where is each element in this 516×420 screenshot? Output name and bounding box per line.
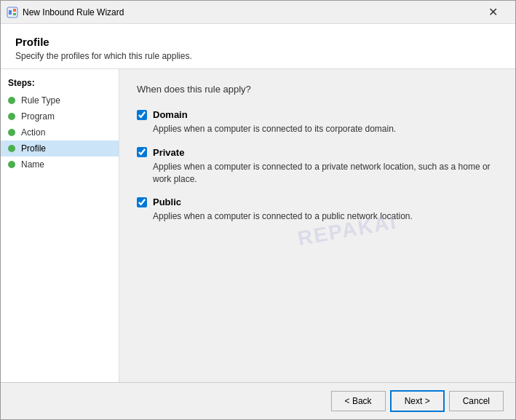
step-dot-action [8, 129, 15, 136]
public-description: Applies when a computer is connected to … [153, 210, 498, 223]
svg-rect-3 [13, 13, 16, 15]
private-checkbox[interactable] [137, 147, 147, 157]
domain-description: Applies when a computer is connected to … [153, 123, 498, 135]
sidebar-item-program[interactable]: Program [1, 108, 119, 124]
app-icon [7, 7, 18, 18]
public-label[interactable]: Public [153, 197, 181, 207]
domain-label[interactable]: Domain [153, 109, 188, 120]
public-header: Public [137, 197, 498, 207]
window-title: New Inbound Rule Wizard [23, 7, 476, 17]
steps-label: Steps: [1, 75, 119, 92]
step-dot-rule-type [8, 97, 15, 104]
main-panel: REPAKAI When does this rule apply? Domai… [119, 69, 515, 382]
svg-rect-1 [9, 10, 12, 15]
sidebar-item-name[interactable]: Name [1, 156, 119, 173]
step-label-name: Name [21, 159, 44, 170]
window: New Inbound Rule Wizard ✕ Profile Specif… [0, 0, 516, 420]
rule-apply-label: When does this rule apply? [137, 84, 498, 95]
private-header: Private [137, 147, 498, 158]
step-label-profile: Profile [21, 143, 46, 154]
private-option: Private Applies when a computer is conne… [137, 147, 498, 186]
back-button[interactable]: < Back [331, 391, 386, 411]
private-label[interactable]: Private [153, 147, 184, 158]
private-description: Applies when a computer is connected to … [153, 161, 498, 186]
footer: < Back Next > Cancel [1, 382, 515, 419]
step-label-rule-type: Rule Type [21, 95, 60, 106]
step-label-program: Program [21, 111, 55, 122]
sidebar-item-rule-type[interactable]: Rule Type [1, 92, 119, 108]
page-subtitle: Specify the profiles for which this rule… [15, 51, 501, 61]
next-button[interactable]: Next > [390, 390, 445, 412]
step-label-action: Action [21, 127, 45, 138]
close-button[interactable]: ✕ [476, 1, 509, 24]
step-dot-profile [8, 145, 15, 152]
page-title: Profile [15, 36, 501, 48]
sidebar: Steps: Rule TypeProgramActionProfileName [1, 69, 119, 382]
public-option: Public Applies when a computer is connec… [137, 197, 498, 223]
step-dot-name [8, 161, 15, 168]
title-bar: New Inbound Rule Wizard ✕ [1, 1, 515, 24]
domain-checkbox[interactable] [137, 110, 147, 120]
domain-header: Domain [137, 109, 498, 120]
public-checkbox[interactable] [137, 197, 147, 207]
sidebar-item-action[interactable]: Action [1, 124, 119, 140]
cancel-button[interactable]: Cancel [449, 391, 504, 411]
page-header: Profile Specify the profiles for which t… [1, 24, 515, 69]
svg-rect-2 [13, 9, 16, 12]
step-dot-program [8, 113, 15, 120]
domain-option: Domain Applies when a computer is connec… [137, 109, 498, 135]
content-area: Steps: Rule TypeProgramActionProfileName… [1, 69, 515, 382]
sidebar-item-profile[interactable]: Profile [1, 140, 119, 156]
